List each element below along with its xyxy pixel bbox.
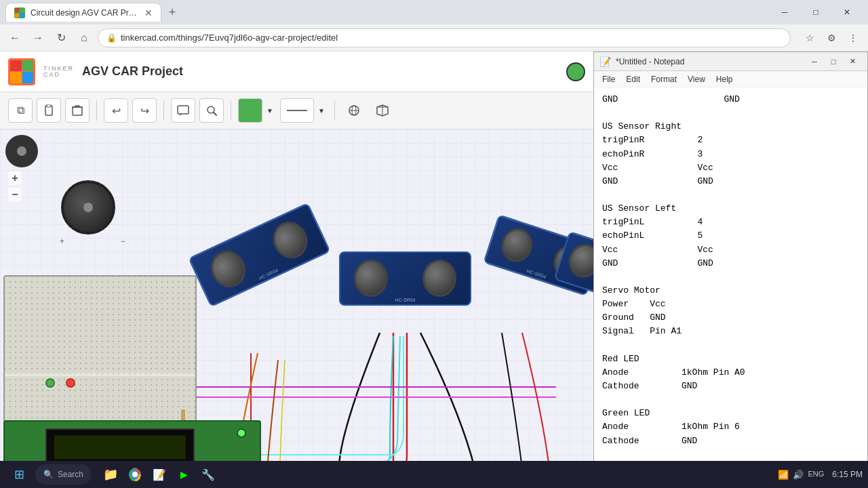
notepad-titlebar: 📝 *Untitled - Notepad ─ □ ✕ (594, 52, 867, 71)
copy-button[interactable]: ⧉ (8, 98, 33, 123)
motor-shaft (83, 203, 93, 212)
browser-tab[interactable]: Circuit design AGV CAR Project ✕ (5, 3, 161, 22)
motor-component (61, 180, 115, 235)
tab-title: Circuit design AGV CAR Project (31, 8, 139, 18)
sensor-left-transducer-1 (205, 245, 252, 293)
sensor-center-transducer-1 (354, 260, 388, 297)
notepad-close-button[interactable]: ✕ (843, 52, 862, 71)
start-button[interactable]: ⊞ (5, 461, 33, 488)
inspect-button[interactable] (199, 98, 224, 123)
taskbar-chrome[interactable] (124, 464, 146, 485)
toolbar-separator-3 (231, 100, 231, 121)
notepad-maximize-button[interactable]: □ (824, 52, 843, 71)
sensor-far-transducer (564, 240, 593, 281)
forward-button[interactable]: → (28, 28, 47, 47)
svg-rect-8 (178, 106, 189, 114)
home-button[interactable]: ⌂ (75, 28, 94, 47)
browser-close[interactable]: ✕ (831, 0, 863, 24)
tinkercad-header: TINKER CAD AGV CAR Project (0, 52, 593, 92)
search-label: Search (58, 470, 83, 479)
notepad-menu-file[interactable]: File (597, 71, 620, 87)
sensor-left-label: HC-SR04 (258, 268, 279, 281)
back-button[interactable]: ← (5, 28, 24, 47)
sensor-left-transducer-2 (267, 216, 314, 264)
sensor-center-label: HC-SR04 (395, 298, 416, 302)
language-indicator: ENG (808, 470, 824, 480)
comment-button[interactable] (171, 98, 195, 123)
toolbar-separator-1 (96, 100, 97, 121)
windows-logo-icon: ⊞ (14, 467, 24, 482)
sensor-center: HC-SR04 (339, 251, 471, 306)
notepad-menubar: File Edit Format View Help (594, 71, 867, 87)
sensor-right-label: HC-SR04 (526, 268, 547, 279)
taskbar-terminal[interactable]: ▶ (173, 464, 195, 485)
notepad-menu-help[interactable]: Help (711, 71, 738, 87)
tinkercad-logo (8, 58, 35, 85)
wifi-icon: 📶 (778, 470, 789, 480)
bookmark-icon[interactable]: ☆ (800, 28, 819, 47)
notepad-window: 📝 *Untitled - Notepad ─ □ ✕ File Edit Fo… (593, 52, 868, 488)
line-style-arrow[interactable]: ▼ (315, 98, 328, 123)
lcd-display (45, 428, 195, 466)
tab-favicon (14, 7, 25, 18)
search-bar[interactable]: 🔍 Search (35, 464, 92, 485)
toolbar-separator-4 (334, 100, 335, 121)
motor-minus-label: − (121, 237, 125, 246)
circuit-canvas[interactable]: + − (0, 129, 593, 488)
svg-rect-5 (47, 104, 51, 107)
taskbar-notepad[interactable]: 📝 (149, 464, 170, 485)
notepad-title: *Untitled - Notepad (616, 57, 800, 66)
sensor-left: HC-SR04 (188, 203, 331, 308)
browser-maximize[interactable]: □ (800, 0, 831, 24)
address-bar[interactable]: 🔒 tinkercad.com/things/7Euvq7jdl6o-agv-c… (98, 28, 791, 47)
led-green (45, 378, 55, 388)
notepad-window-controls: ─ □ ✕ (805, 52, 862, 71)
undo-button[interactable]: ↩ (104, 98, 128, 123)
notepad-text-area[interactable]: GND GND US Sensor Right trigPinR 2 echoP… (594, 87, 867, 472)
line-style-button[interactable] (280, 98, 314, 123)
navigation-circle[interactable] (5, 135, 38, 167)
taskbar-app-5[interactable]: 🔧 (197, 464, 219, 485)
notepad-menu-view[interactable]: View (682, 71, 711, 87)
svg-point-16 (132, 472, 138, 477)
paste-button[interactable] (37, 98, 61, 123)
volume-icon: 🔊 (793, 470, 804, 480)
lock-icon: 🔒 (106, 33, 117, 43)
user-avatar[interactable] (566, 62, 585, 81)
delete-button[interactable] (65, 98, 90, 123)
notepad-minimize-button[interactable]: ─ (805, 52, 824, 71)
browser-minimize[interactable]: ─ (769, 0, 800, 24)
motor-plus-label: + (60, 237, 64, 246)
nav-inner-dot (17, 146, 26, 156)
taskbar: ⊞ 🔍 Search 📁 📝 ▶ 🔧 📶 🔊 ENG 6:15 PM (0, 461, 868, 488)
svg-rect-6 (73, 107, 82, 115)
notepad-menu-format[interactable]: Format (646, 71, 682, 87)
svg-rect-2 (15, 14, 19, 18)
redo-button[interactable]: ↪ (132, 98, 157, 123)
notepad-app-icon: 📝 (599, 56, 610, 67)
sensor-right-transducer-1 (497, 224, 536, 266)
color-picker-button[interactable] (238, 98, 262, 123)
menu-icon[interactable]: ⋮ (844, 28, 863, 47)
view-button-2[interactable] (370, 98, 395, 123)
tinkercad-toolbar: ⧉ ↩ ↪ ▼ (0, 92, 593, 129)
notepad-menu-edit[interactable]: Edit (620, 71, 646, 87)
project-title: AGV CAR Project (82, 64, 183, 79)
system-tray-icons: 📶 🔊 ENG (778, 470, 824, 480)
taskbar-file-explorer[interactable]: 📁 (100, 464, 121, 485)
refresh-button[interactable]: ↻ (52, 28, 71, 47)
led-red (66, 378, 75, 388)
tab-close-button[interactable]: ✕ (144, 7, 153, 18)
color-picker-arrow[interactable]: ▼ (264, 98, 276, 123)
svg-rect-0 (15, 8, 19, 12)
view-button-1[interactable] (342, 98, 366, 123)
breadboard-divider (5, 373, 195, 376)
extension-icon[interactable]: ⚙ (822, 28, 841, 47)
sensor-center-transducer-2 (422, 260, 456, 297)
lcd-screen (54, 435, 186, 460)
svg-rect-1 (20, 8, 24, 12)
svg-rect-3 (20, 14, 24, 18)
new-tab-button[interactable]: + (164, 4, 180, 20)
board-led (237, 428, 246, 438)
system-clock: 6:15 PM (832, 470, 863, 479)
